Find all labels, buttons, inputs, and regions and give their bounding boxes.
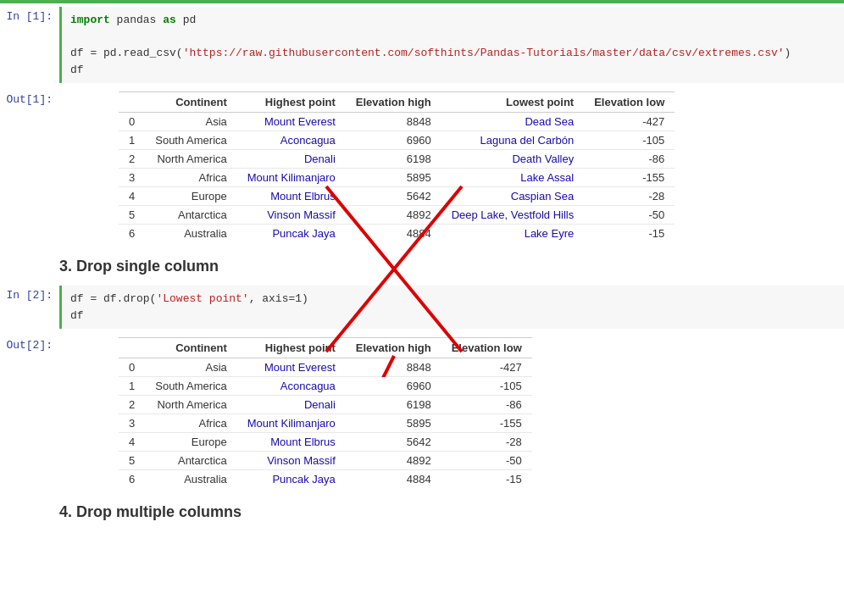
col-continent: Continent <box>145 92 237 113</box>
cell-out1-content: Continent Highest point Elevation high L… <box>59 90 844 244</box>
table-row: 5AntarcticaVinson Massif4892Deep Lake, V… <box>119 206 675 225</box>
cell-out2-label: Out[2]: <box>0 336 59 490</box>
col2-index <box>119 338 145 358</box>
cell-in1-content: import pandas as pd df = pd.read_csv('ht… <box>59 7 844 83</box>
table-row: 3AfricaMount Kilimanjaro5895-155 <box>119 414 532 433</box>
cell-out2-content: Continent Highest point Elevation high E… <box>59 336 844 490</box>
table-row: 2North AmericaDenali6198-86 <box>119 396 532 414</box>
table-row: 4EuropeMount Elbrus5642Caspian Sea-28 <box>119 187 675 206</box>
col2-highest-point: Highest point <box>237 338 346 358</box>
section4-heading: 4. Drop multiple columns <box>0 493 844 528</box>
cell-in1-label: In [1]: <box>0 7 59 83</box>
table-row: 6AustraliaPuncak Jaya4884Lake Eyre-15 <box>119 225 675 243</box>
col-highest-point: Highest point <box>237 92 346 113</box>
cell-out1: Out[1]: Continent Highest point Elevatio… <box>0 86 844 247</box>
col-lowest-point: Lowest point <box>441 92 585 113</box>
cell-out2: Out[2]: Continent Highest point Elevatio… <box>0 332 844 493</box>
code-line-3: df = pd.read_csv('https://raw.githubuser… <box>70 45 836 62</box>
table-row: 2North AmericaDenali6198Death Valley-86 <box>119 150 675 169</box>
col2-elevation-high: Elevation high <box>346 338 441 358</box>
col-elevation-high: Elevation high <box>346 92 441 113</box>
notebook: In [1]: import pandas as pd df = pd.read… <box>0 0 844 616</box>
col2-elevation-low: Elevation low <box>441 338 532 358</box>
table-row: 6AustraliaPuncak Jaya4884-15 <box>119 470 532 489</box>
section3-heading: 3. Drop single column <box>0 247 844 282</box>
table-row: 0AsiaMount Everest8848-427 <box>119 358 532 377</box>
table-row: 4EuropeMount Elbrus5642-28 <box>119 433 532 452</box>
cell-in2-label: In [2]: <box>0 286 59 329</box>
code-line-5: df = df.drop('Lowest point', axis=1) <box>70 291 836 308</box>
code-line-1: import pandas as pd <box>70 12 836 29</box>
df-table-1: Continent Highest point Elevation high L… <box>119 92 675 242</box>
cell-in1: In [1]: import pandas as pd df = pd.read… <box>0 3 844 86</box>
col-index <box>119 92 145 113</box>
table-row: 0AsiaMount Everest8848Dead Sea-427 <box>119 113 675 131</box>
table-row: 5AntarcticaVinson Massif4892-50 <box>119 452 532 470</box>
table-row: 1South AmericaAconcagua6960-105 <box>119 377 532 396</box>
code-line-2 <box>70 29 836 46</box>
col-elevation-low: Elevation low <box>584 92 675 113</box>
code-line-4: df <box>70 62 836 79</box>
cell-in2-content: df = df.drop('Lowest point', axis=1) df <box>59 286 844 329</box>
table-row: 1South AmericaAconcagua6960Laguna del Ca… <box>119 131 675 150</box>
df-table-2: Continent Highest point Elevation high E… <box>119 337 532 488</box>
table-row: 3AfricaMount Kilimanjaro5895Lake Assal-1… <box>119 169 675 187</box>
code-line-6: df <box>70 308 836 325</box>
cell-out1-label: Out[1]: <box>0 90 59 244</box>
col2-continent: Continent <box>145 338 237 358</box>
cell-in2: In [2]: df = df.drop('Lowest point', axi… <box>0 282 844 332</box>
